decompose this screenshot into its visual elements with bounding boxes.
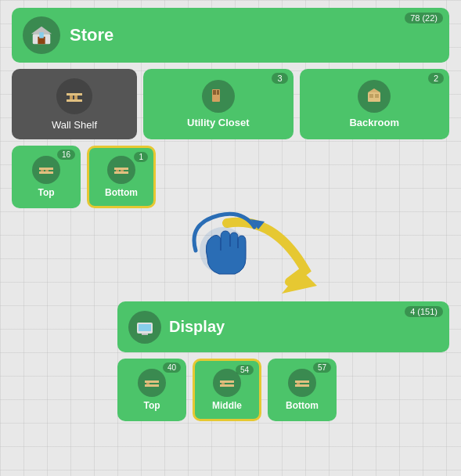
svg-rect-5 bbox=[70, 96, 73, 99]
svg-rect-29 bbox=[146, 383, 149, 384]
wall-shelf-label: Wall Shelf bbox=[52, 119, 97, 131]
location-cards-row: Wall Shelf 3 Utility Closet 2 bbox=[12, 69, 449, 139]
svg-rect-2 bbox=[39, 32, 44, 38]
store-label: Store bbox=[70, 25, 113, 45]
svg-rect-14 bbox=[39, 168, 53, 170]
svg-rect-27 bbox=[145, 384, 159, 387]
store-card[interactable]: 78 (22) Store bbox=[12, 8, 449, 63]
drag-arrow bbox=[172, 204, 344, 313]
display-middle-badge: 54 bbox=[236, 365, 254, 375]
svg-rect-19 bbox=[116, 170, 119, 171]
store-badge: 78 (22) bbox=[405, 13, 443, 23]
wall-shelf-icon bbox=[56, 78, 92, 114]
svg-rect-4 bbox=[67, 93, 82, 96]
wall-shelf-card[interactable]: Wall Shelf bbox=[12, 69, 137, 139]
bottom-card[interactable]: 1 Bottom bbox=[87, 146, 156, 208]
shelf-level-row: 16 Top 1 Botto bbox=[12, 146, 449, 208]
svg-rect-8 bbox=[213, 90, 216, 95]
svg-rect-18 bbox=[114, 168, 128, 170]
backroom-badge: 2 bbox=[428, 73, 444, 84]
svg-rect-35 bbox=[297, 383, 300, 384]
svg-rect-30 bbox=[220, 384, 234, 387]
display-level-row: 40 Top 54 Middle bbox=[117, 359, 449, 421]
display-bottom-icon bbox=[288, 369, 316, 397]
utility-closet-badge: 3 bbox=[272, 73, 287, 84]
bottom-badge: 1 bbox=[134, 152, 148, 162]
svg-rect-26 bbox=[142, 334, 148, 335]
display-label: Display bbox=[169, 318, 225, 336]
svg-rect-3 bbox=[67, 99, 82, 102]
svg-rect-11 bbox=[369, 94, 373, 98]
display-badge: 4 (151) bbox=[405, 306, 443, 317]
backroom-icon bbox=[358, 80, 391, 113]
svg-rect-34 bbox=[295, 380, 309, 383]
top-label: Top bbox=[38, 187, 54, 198]
top-icon bbox=[32, 156, 60, 184]
backroom-label: Backroom bbox=[349, 117, 399, 128]
svg-rect-33 bbox=[295, 384, 309, 387]
display-middle-label: Middle bbox=[212, 400, 242, 411]
svg-rect-31 bbox=[220, 380, 234, 383]
display-icon bbox=[128, 311, 161, 344]
svg-rect-6 bbox=[74, 96, 77, 99]
svg-rect-16 bbox=[45, 170, 49, 171]
bottom-section: 4 (151) Display 40 Top 54 bbox=[117, 301, 449, 421]
svg-rect-12 bbox=[375, 94, 379, 98]
display-middle-card[interactable]: 54 Middle bbox=[193, 359, 261, 421]
svg-rect-15 bbox=[41, 170, 44, 171]
bottom-label: Bottom bbox=[105, 187, 138, 198]
bottom-icon bbox=[107, 156, 135, 184]
utility-closet-label: Utility Closet bbox=[187, 117, 249, 128]
svg-rect-20 bbox=[121, 170, 124, 171]
svg-rect-9 bbox=[217, 90, 219, 95]
display-top-icon bbox=[138, 369, 166, 397]
svg-rect-25 bbox=[139, 324, 151, 331]
display-bottom-badge: 57 bbox=[313, 362, 331, 373]
utility-closet-icon bbox=[202, 80, 235, 113]
display-bottom-card[interactable]: 57 Bottom bbox=[268, 359, 337, 421]
display-top-badge: 40 bbox=[163, 362, 181, 373]
top-badge: 16 bbox=[57, 150, 75, 160]
utility-closet-card[interactable]: 3 Utility Closet bbox=[143, 69, 294, 139]
top-section: 78 (22) Store Wall Shelf bbox=[12, 8, 449, 208]
svg-rect-32 bbox=[221, 383, 225, 384]
svg-rect-28 bbox=[145, 380, 159, 383]
svg-rect-13 bbox=[39, 171, 53, 174]
top-card[interactable]: 16 Top bbox=[12, 146, 81, 208]
store-icon bbox=[23, 16, 60, 54]
display-top-card[interactable]: 40 Top bbox=[117, 359, 186, 421]
svg-rect-17 bbox=[114, 171, 128, 174]
display-top-label: Top bbox=[143, 400, 160, 411]
display-bottom-label: Bottom bbox=[286, 400, 319, 411]
backroom-card[interactable]: 2 Backroom bbox=[300, 69, 450, 139]
